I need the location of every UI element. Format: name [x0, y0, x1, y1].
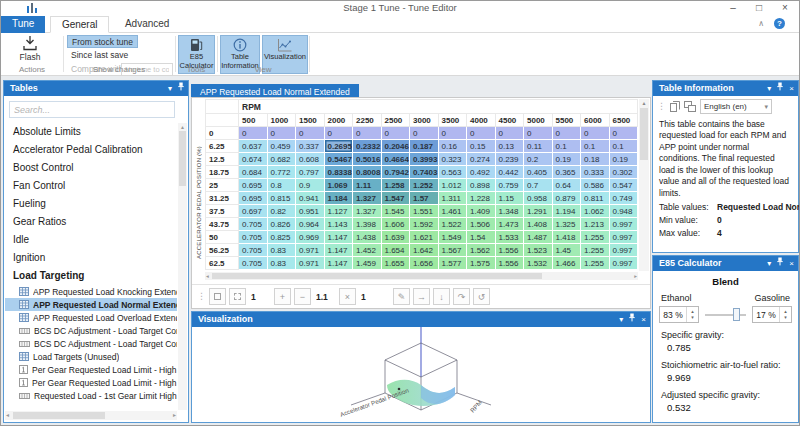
table-cell[interactable]: 0.997 [609, 244, 638, 257]
scrollbar-thumb[interactable] [640, 108, 648, 160]
row-header[interactable]: 43.75 [206, 218, 239, 231]
table-cell[interactable]: 1.325 [552, 218, 581, 231]
table-cell[interactable]: 0.8338 [324, 166, 353, 179]
minimize-button[interactable]: – [727, 1, 739, 15]
column-header[interactable]: 4500 [495, 114, 524, 127]
table-cell[interactable]: 1.194 [552, 205, 581, 218]
column-header[interactable]: 3500 [438, 114, 467, 127]
table-cell[interactable]: 0 [552, 127, 581, 140]
scroll-up-icon[interactable]: ▲ [642, 100, 647, 106]
tables-category[interactable]: Fueling [5, 195, 177, 213]
column-header[interactable]: 2500 [381, 114, 410, 127]
table-cell[interactable]: 0 [381, 127, 410, 140]
column-header[interactable]: 6000 [581, 114, 610, 127]
table-cell[interactable]: 1.459 [353, 257, 382, 270]
table-cell[interactable]: 0.64 [552, 179, 581, 192]
table-item[interactable]: Requested Load - 1st Gear Limit High BAR… [5, 389, 177, 402]
table-cell[interactable]: 1.147 [324, 231, 353, 244]
table-cell[interactable]: 1.575 [467, 257, 496, 270]
spin-down-icon[interactable]: ▾ [784, 315, 787, 320]
table-cell[interactable]: 0.405 [524, 166, 553, 179]
table-cell[interactable]: 1.062 [581, 205, 610, 218]
table-cell[interactable]: 0.586 [581, 179, 610, 192]
increment-button[interactable]: + [274, 288, 291, 305]
table-cell[interactable]: 1.545 [381, 205, 410, 218]
column-header[interactable]: 500 [239, 114, 268, 127]
table-cell[interactable]: 0.971 [296, 244, 325, 257]
window-position-icon[interactable]: ▾ [767, 256, 771, 271]
table-cell[interactable]: 1.642 [410, 244, 439, 257]
table-cell[interactable]: 0.442 [495, 166, 524, 179]
table-cell[interactable]: 0.459 [267, 140, 296, 153]
table-cell[interactable]: 0 [581, 127, 610, 140]
table-cell[interactable]: 0.3993 [410, 153, 439, 166]
table-cell[interactable]: 0.18 [581, 153, 610, 166]
tab-general[interactable]: General [50, 16, 110, 33]
table-cell[interactable]: 0.7942 [381, 166, 410, 179]
table-item[interactable]: APP Requested Load Normal Extended [5, 298, 177, 311]
multiply-button[interactable]: × [339, 288, 356, 305]
language-select[interactable]: English (en) ▾ [700, 99, 772, 114]
scroll-right-icon[interactable]: ▸ [634, 272, 637, 280]
multiply-amount-input[interactable] [314, 291, 336, 303]
decrement-button[interactable]: − [294, 288, 311, 305]
column-header[interactable]: 6500 [609, 114, 638, 127]
table-cell[interactable]: 1.551 [410, 205, 439, 218]
table-cell[interactable]: 1.532 [524, 257, 553, 270]
add-amount-input[interactable] [249, 291, 271, 303]
table-cell[interactable]: 1.255 [581, 257, 610, 270]
tab-tune[interactable]: Tune [1, 16, 45, 33]
table-cell[interactable]: 0.2 [524, 153, 553, 166]
row-header[interactable]: 50 [206, 231, 239, 244]
table-cell[interactable]: 0.608 [296, 153, 325, 166]
table-cell[interactable]: 1.184 [324, 192, 353, 205]
table-cell[interactable]: 0.492 [467, 166, 496, 179]
table-cell[interactable]: 1.069 [324, 179, 353, 192]
gasoline-stepper[interactable]: ▴▾ [752, 306, 792, 323]
interpolate-button[interactable]: ↷ [453, 288, 470, 305]
table-cell[interactable]: 0.964 [296, 218, 325, 231]
fill-right-button[interactable]: → [413, 288, 430, 305]
pin-icon[interactable] [178, 81, 184, 96]
table-cell[interactable]: 1.473 [495, 218, 524, 231]
table-cell[interactable]: 0.274 [467, 153, 496, 166]
row-header[interactable]: 62.5 [206, 257, 239, 270]
table-cell[interactable]: 1.327 [353, 192, 382, 205]
table-cell[interactable]: 0.705 [239, 257, 268, 270]
scrollbar-thumb[interactable] [13, 412, 105, 419]
table-cell[interactable]: 0 [438, 127, 467, 140]
table-cell[interactable]: 1.54 [467, 231, 496, 244]
translate-icon[interactable] [684, 101, 696, 112]
table-cell[interactable]: 0 [467, 127, 496, 140]
table-cell[interactable]: 1.438 [353, 231, 382, 244]
table-cell[interactable]: 0.637 [239, 140, 268, 153]
table-cell[interactable]: 0 [524, 127, 553, 140]
table-item[interactable]: Per Gear Requested Load Limit - High BAR… [5, 376, 177, 389]
table-cell[interactable]: 1.533 [495, 231, 524, 244]
column-header[interactable]: 1500 [296, 114, 325, 127]
tables-category[interactable]: Accelerator Pedal Calibration [5, 141, 177, 159]
window-position-icon[interactable]: ▾ [619, 312, 623, 327]
surface-plot-3d[interactable]: Accelerator Pedal Position RPM [192, 327, 650, 422]
table-cell[interactable]: 1.213 [581, 218, 610, 231]
table-cell[interactable]: 0.5467 [324, 153, 353, 166]
row-header[interactable]: 12.5 [206, 153, 239, 166]
pin-icon[interactable] [777, 81, 783, 96]
grid-vertical-scrollbar[interactable]: ▲ [639, 99, 649, 271]
table-cell[interactable]: 1.11 [353, 179, 382, 192]
table-cell[interactable]: 0.759 [495, 179, 524, 192]
table-cell[interactable]: 0.365 [552, 166, 581, 179]
table-cell[interactable]: 0.302 [609, 166, 638, 179]
edit-pencil-button[interactable]: ✎ [393, 288, 410, 305]
ethanol-percent-input[interactable] [660, 309, 686, 321]
table-cell[interactable]: 0 [353, 127, 382, 140]
table-cell[interactable]: 0.684 [239, 166, 268, 179]
table-item[interactable]: Per Gear Requested Load Limit - High BAR… [5, 363, 177, 376]
table-cell[interactable]: 0.815 [267, 192, 296, 205]
tables-category[interactable]: Fan Control [5, 177, 177, 195]
tables-category[interactable]: Gear Ratios [5, 213, 177, 231]
column-header[interactable]: 3000 [410, 114, 439, 127]
row-header[interactable]: 18.75 [206, 166, 239, 179]
table-cell[interactable]: 0 [324, 127, 353, 140]
table-cell[interactable]: 0 [495, 127, 524, 140]
